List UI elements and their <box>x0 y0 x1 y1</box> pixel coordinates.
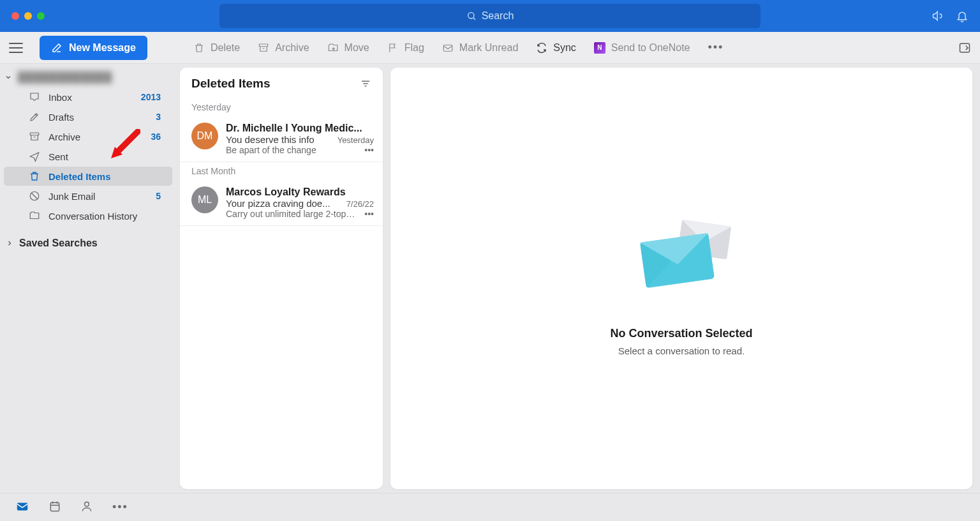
folder-sent[interactable]: Sent <box>4 147 172 166</box>
message-date: Yesterday <box>338 135 374 145</box>
message-date: 7/26/22 <box>346 199 374 209</box>
svg-rect-5 <box>30 133 39 135</box>
svg-rect-13 <box>17 502 28 510</box>
svg-rect-2 <box>259 44 268 47</box>
drafts-icon <box>28 110 41 123</box>
message-from: Dr. Michelle I Young Medic... <box>226 123 374 134</box>
account-name: ████████████ <box>18 72 112 83</box>
trash-icon <box>193 42 205 54</box>
message-menu-icon[interactable]: ••• <box>364 145 374 155</box>
more-apps-button[interactable]: ••• <box>112 501 128 514</box>
folder-label: Junk Email <box>48 191 95 202</box>
sidebar: ████████████ Inbox 2013 Drafts 3 Archive… <box>0 64 176 493</box>
message-preview: Carry out unlimited large 2-toppi... <box>226 209 359 219</box>
folder-junk-email[interactable]: Junk Email 5 <box>4 186 172 206</box>
junk-icon <box>28 190 41 202</box>
pane-toggle-icon[interactable] <box>958 42 971 54</box>
titlebar: Search <box>0 0 980 32</box>
svg-point-0 <box>468 13 473 19</box>
date-separator: Yesterday <box>180 98 383 116</box>
close-window-button[interactable] <box>11 12 19 20</box>
trash-icon <box>28 170 41 183</box>
message-from: Marcos Loyalty Rewards <box>226 186 374 198</box>
folder-label: Deleted Items <box>48 171 111 182</box>
inbox-icon <box>28 91 41 103</box>
calendar-tab-button[interactable] <box>48 500 61 515</box>
saved-searches-label: Saved Searches <box>19 238 98 249</box>
svg-line-7 <box>32 193 38 199</box>
people-tab-button[interactable] <box>80 500 93 515</box>
maximize-window-button[interactable] <box>37 12 45 20</box>
reading-pane: No Conversation Selected Select a conver… <box>390 68 972 489</box>
toolbar: New Message Delete Archive Move Flag Mar… <box>0 32 980 64</box>
sent-icon <box>28 150 41 163</box>
folder-icon <box>28 209 41 222</box>
message-preview: Be apart of the change <box>226 145 359 155</box>
empty-illustration <box>627 200 736 312</box>
folder-label: Conversation History <box>48 211 137 222</box>
bell-icon[interactable] <box>956 10 969 22</box>
hamburger-menu-button[interactable] <box>9 43 23 53</box>
delete-button[interactable]: Delete <box>193 42 240 54</box>
svg-rect-3 <box>443 45 452 51</box>
mail-icon <box>442 42 454 54</box>
chevron-down-icon <box>4 73 13 82</box>
folder-label: Drafts <box>48 112 74 123</box>
minimize-window-button[interactable] <box>24 12 32 20</box>
empty-subtitle: Select a conversation to read. <box>618 345 745 356</box>
sync-button[interactable]: Sync <box>536 42 576 54</box>
archive-icon <box>258 42 269 54</box>
flag-icon <box>387 42 399 54</box>
empty-title: No Conversation Selected <box>610 327 752 340</box>
move-icon <box>327 42 339 54</box>
date-separator: Last Month <box>180 162 383 180</box>
megaphone-icon[interactable] <box>932 10 944 22</box>
message-menu-icon[interactable]: ••• <box>364 209 374 219</box>
chevron-right-icon <box>5 239 14 248</box>
folder-label: Inbox <box>48 92 72 103</box>
folder-count: 3 <box>156 112 161 122</box>
search-placeholder: Search <box>482 10 514 22</box>
move-button[interactable]: Move <box>327 42 369 54</box>
search-icon <box>466 11 477 21</box>
folder-deleted-items[interactable]: Deleted Items <box>4 167 172 186</box>
svg-line-1 <box>473 18 475 20</box>
svg-rect-14 <box>50 502 59 511</box>
new-message-button[interactable]: New Message <box>40 36 147 60</box>
folder-count: 36 <box>151 132 161 142</box>
archive-icon <box>28 130 41 143</box>
message-subject: You deserve this info <box>226 134 332 145</box>
sync-icon <box>536 42 547 54</box>
flag-button[interactable]: Flag <box>387 42 424 54</box>
more-actions-button[interactable]: ••• <box>708 41 724 54</box>
mark-unread-button[interactable]: Mark Unread <box>442 42 518 54</box>
message-item[interactable]: ML Marcos Loyalty Rewards Your pizza cra… <box>180 180 383 226</box>
compose-icon <box>51 42 63 54</box>
folder-conversation-history[interactable]: Conversation History <box>4 206 172 225</box>
avatar: ML <box>191 186 218 213</box>
message-list-title: Deleted Items <box>191 77 271 91</box>
more-icon: ••• <box>708 41 724 54</box>
saved-searches-header[interactable]: Saved Searches <box>0 226 176 253</box>
search-input[interactable]: Search <box>219 4 761 28</box>
new-message-label: New Message <box>69 42 136 54</box>
folder-label: Sent <box>48 151 68 162</box>
account-header[interactable]: ████████████ <box>0 68 176 87</box>
bottombar: ••• <box>0 493 980 521</box>
filter-icon[interactable] <box>360 78 371 89</box>
send-to-onenote-button[interactable]: N Send to OneNote <box>594 42 690 54</box>
onenote-icon: N <box>594 42 605 54</box>
folder-count: 2013 <box>141 92 161 102</box>
archive-button[interactable]: Archive <box>258 42 309 54</box>
message-item[interactable]: DM Dr. Michelle I Young Medic... You des… <box>180 116 383 162</box>
folder-archive[interactable]: Archive 36 <box>4 127 172 146</box>
folder-count: 5 <box>156 191 161 201</box>
window-controls <box>11 12 45 20</box>
message-list-panel: Deleted Items YesterdayDM Dr. Michelle I… <box>180 68 383 489</box>
mail-tab-button[interactable] <box>15 499 29 516</box>
folder-drafts[interactable]: Drafts 3 <box>4 107 172 126</box>
folder-label: Archive <box>48 132 80 142</box>
message-subject: Your pizza craving doe... <box>226 198 341 209</box>
folder-inbox[interactable]: Inbox 2013 <box>4 87 172 107</box>
avatar: DM <box>191 123 218 149</box>
